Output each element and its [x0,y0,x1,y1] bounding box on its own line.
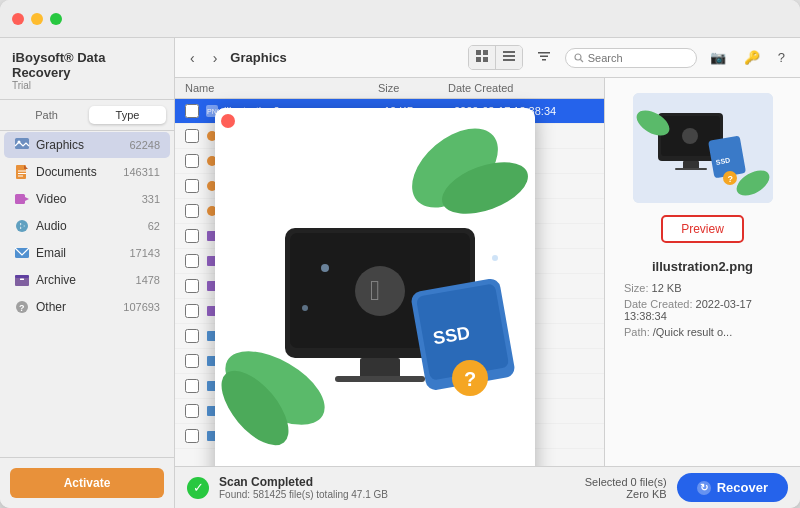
preview-filename: illustration2.png [652,259,753,274]
sidebar-item-email[interactable]: Email 17143 [4,240,170,266]
bottom-bar: ✓ Scan Completed Found: 581425 file(s) t… [175,466,800,508]
image-preview-overlay:  SSD ? [215,108,535,466]
help-button[interactable]: ? [773,48,790,67]
svg-rect-6 [15,194,25,204]
audio-icon [14,218,30,234]
app-trial-badge: Trial [12,80,162,91]
svg-rect-23 [538,52,550,54]
row-checkbox[interactable] [185,354,199,368]
svg-marker-7 [25,197,29,201]
scan-complete-icon: ✓ [187,477,209,499]
preview-button[interactable]: Preview [661,215,744,243]
row-checkbox[interactable] [185,129,199,143]
svg-rect-25 [542,59,546,61]
grid-icon [476,50,488,62]
selected-info: Selected 0 file(s) Zero KB [585,476,667,500]
scan-complete-text: Scan Completed [219,475,575,489]
svg-rect-18 [476,57,481,62]
svg-text:?: ? [19,303,25,313]
preview-date-row: Date Created: 2022-03-17 13:38:34 [624,298,781,322]
app-header: iBoysoft® Data Recovery Trial [0,38,174,100]
main-layout: iBoysoft® Data Recovery Trial Path Type … [0,38,800,508]
list-icon [503,50,515,62]
sidebar-item-archive-count: 1478 [136,274,160,286]
svg-rect-11 [15,277,29,286]
svg-rect-66 [675,168,707,170]
sidebar-item-documents[interactable]: Documents 146311 [4,159,170,185]
recover-button-icon: ↻ [697,481,711,495]
sidebar-item-archive-label: Archive [36,273,136,287]
sidebar-item-other-label: Other [36,300,123,314]
svg-text:?: ? [464,368,476,390]
sidebar-item-video-count: 331 [142,193,160,205]
sidebar-list: Graphics 62248 Documents 146311 [0,131,174,457]
minimize-button[interactable] [31,13,43,25]
close-button[interactable] [12,13,24,25]
sidebar-item-documents-label: Documents [36,165,123,179]
scan-detail-text: Found: 581425 file(s) totaling 47.1 GB [219,489,575,500]
svg-rect-22 [503,59,515,61]
archive-icon [14,272,30,288]
view-toggle [468,45,523,70]
row-checkbox[interactable] [185,379,199,393]
sidebar-item-graphics[interactable]: Graphics 62248 [4,132,170,158]
row-checkbox[interactable] [185,329,199,343]
search-input[interactable] [588,52,688,64]
grid-view-button[interactable] [469,46,496,69]
tab-path[interactable]: Path [8,106,85,124]
svg-rect-20 [503,51,515,53]
preview-thumbnail: SSD ? [633,93,773,203]
svg-rect-65 [683,161,699,169]
filter-button[interactable] [531,45,557,70]
sidebar: iBoysoft® Data Recovery Trial Path Type … [0,38,175,508]
tab-type[interactable]: Type [89,106,166,124]
sidebar-item-graphics-label: Graphics [36,138,129,152]
svg-line-27 [580,59,583,62]
svg-rect-19 [483,57,488,62]
row-checkbox[interactable] [185,179,199,193]
row-checkbox[interactable] [185,279,199,293]
sidebar-item-audio-count: 62 [148,220,160,232]
sidebar-item-video-label: Video [36,192,142,206]
col-name-header: Name [185,82,378,94]
path-label: Path: [624,326,650,338]
svg-rect-17 [483,50,488,55]
recover-button[interactable]: ↻ Recover [677,473,788,502]
nav-back-button[interactable]: ‹ [185,48,200,68]
selected-files-count: Selected 0 file(s) [585,476,667,488]
app-title: iBoysoft® Data Recovery [12,50,162,80]
list-view-button[interactable] [496,46,522,69]
camera-button[interactable]: 📷 [705,48,731,67]
sidebar-item-audio[interactable]: Audio 62 [4,213,170,239]
path-type-tabs: Path Type [0,100,174,131]
toolbar: ‹ › Graphics [175,38,800,78]
key-button[interactable]: 🔑 [739,48,765,67]
email-icon [14,245,30,261]
svg-point-59 [321,264,329,272]
svg-rect-13 [20,279,24,281]
row-checkbox[interactable] [185,404,199,418]
nav-forward-button[interactable]: › [208,48,223,68]
sidebar-item-graphics-count: 62248 [129,139,160,151]
file-preview-area: Name Size Date Created PNG [175,78,800,466]
svg-point-9 [20,224,24,228]
size-value: 12 KB [652,282,682,294]
row-checkbox[interactable] [185,154,199,168]
row-checkbox[interactable] [185,254,199,268]
maximize-button[interactable] [50,13,62,25]
toolbar-title: Graphics [230,50,459,65]
sidebar-item-archive[interactable]: Archive 1478 [4,267,170,293]
sidebar-item-other[interactable]: ? Other 107693 [4,294,170,320]
row-checkbox[interactable] [185,229,199,243]
activate-button[interactable]: Activate [10,468,164,498]
file-table-header: Name Size Date Created [175,78,604,99]
search-icon [574,53,584,63]
svg-text:?: ? [727,174,733,184]
sidebar-item-video[interactable]: Video 331 [4,186,170,212]
row-checkbox[interactable] [185,304,199,318]
row-checkbox[interactable] [185,429,199,443]
row-checkbox[interactable] [185,104,199,118]
overlay-close-button[interactable] [221,114,235,128]
titlebar [0,0,800,38]
row-checkbox[interactable] [185,204,199,218]
